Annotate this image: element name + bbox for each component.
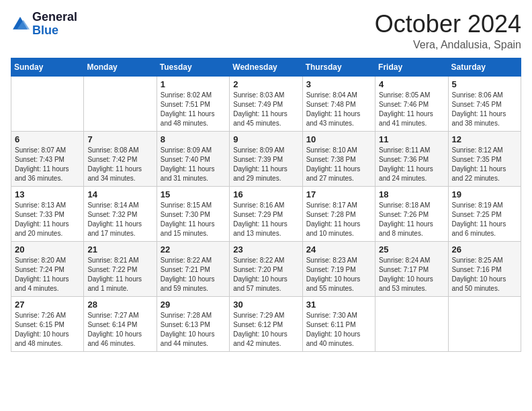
calendar-cell: 13Sunrise: 8:13 AM Sunset: 7:33 PM Dayli… [11,186,84,241]
day-detail: Sunrise: 8:16 AM Sunset: 7:29 PM Dayligh… [233,201,298,238]
calendar-cell: 22Sunrise: 8:22 AM Sunset: 7:21 PM Dayli… [157,241,229,296]
day-number: 27 [15,300,80,310]
calendar-cell: 20Sunrise: 8:20 AM Sunset: 7:24 PM Dayli… [11,241,84,296]
day-detail: Sunrise: 8:05 AM Sunset: 7:46 PM Dayligh… [379,91,444,128]
calendar-cell: 26Sunrise: 8:25 AM Sunset: 7:16 PM Dayli… [448,241,521,296]
calendar-week-3: 13Sunrise: 8:13 AM Sunset: 7:33 PM Dayli… [11,186,521,241]
day-number: 26 [452,244,517,255]
day-number: 29 [161,300,226,310]
logo-blue: Blue [32,24,58,37]
calendar-week-4: 20Sunrise: 8:20 AM Sunset: 7:24 PM Dayli… [11,241,521,296]
day-detail: Sunrise: 8:02 AM Sunset: 7:51 PM Dayligh… [161,91,226,128]
page-header: General Blue October 2024 Vera, Andalusi… [11,11,521,51]
calendar-cell: 4Sunrise: 8:05 AM Sunset: 7:46 PM Daylig… [375,76,448,131]
day-number: 12 [452,134,517,144]
calendar-cell: 8Sunrise: 8:09 AM Sunset: 7:40 PM Daylig… [157,131,229,186]
calendar-cell: 3Sunrise: 8:04 AM Sunset: 7:48 PM Daylig… [302,76,375,131]
calendar-cell: 19Sunrise: 8:19 AM Sunset: 7:25 PM Dayli… [448,186,521,241]
day-number: 14 [87,189,152,199]
day-number: 1 [161,79,226,89]
calendar-cell [84,76,157,131]
day-detail: Sunrise: 7:30 AM Sunset: 6:11 PM Dayligh… [306,311,371,349]
header-row: SundayMondayTuesdayWednesdayThursdayFrid… [11,58,521,76]
calendar-cell: 18Sunrise: 8:18 AM Sunset: 7:26 PM Dayli… [375,186,448,241]
calendar-cell: 7Sunrise: 8:08 AM Sunset: 7:42 PM Daylig… [84,131,157,186]
calendar-cell: 30Sunrise: 7:29 AM Sunset: 6:12 PM Dayli… [230,296,302,351]
day-header-saturday: Saturday [448,58,521,76]
day-number: 3 [306,79,371,89]
day-number: 11 [379,134,444,144]
logo-general: General [32,10,77,24]
day-number: 28 [87,300,152,310]
day-number: 23 [233,244,298,255]
day-number: 4 [379,79,444,89]
day-number: 10 [306,134,371,144]
day-number: 15 [161,189,226,199]
day-detail: Sunrise: 8:09 AM Sunset: 7:40 PM Dayligh… [161,146,226,183]
day-header-sunday: Sunday [11,58,84,76]
calendar-cell: 28Sunrise: 7:27 AM Sunset: 6:14 PM Dayli… [84,296,157,351]
calendar-cell: 31Sunrise: 7:30 AM Sunset: 6:11 PM Dayli… [302,296,375,351]
day-number: 25 [379,244,444,255]
day-number: 2 [233,79,298,89]
calendar-cell [375,296,448,351]
day-detail: Sunrise: 8:13 AM Sunset: 7:33 PM Dayligh… [15,201,80,238]
calendar-cell: 29Sunrise: 7:28 AM Sunset: 6:13 PM Dayli… [157,296,229,351]
day-number: 6 [15,134,80,144]
calendar-week-5: 27Sunrise: 7:26 AM Sunset: 6:15 PM Dayli… [11,296,521,351]
day-detail: Sunrise: 8:06 AM Sunset: 7:45 PM Dayligh… [452,91,517,128]
calendar-cell: 21Sunrise: 8:21 AM Sunset: 7:22 PM Dayli… [84,241,157,296]
calendar-cell: 16Sunrise: 8:16 AM Sunset: 7:29 PM Dayli… [230,186,302,241]
day-header-thursday: Thursday [302,58,375,76]
day-detail: Sunrise: 8:12 AM Sunset: 7:35 PM Dayligh… [452,146,517,183]
calendar-cell: 25Sunrise: 8:24 AM Sunset: 7:17 PM Dayli… [375,241,448,296]
day-number: 31 [306,300,371,310]
calendar-cell: 9Sunrise: 8:09 AM Sunset: 7:39 PM Daylig… [230,131,302,186]
day-header-friday: Friday [375,58,448,76]
calendar-cell [11,76,84,131]
day-detail: Sunrise: 8:03 AM Sunset: 7:49 PM Dayligh… [233,91,298,128]
calendar-cell: 23Sunrise: 8:22 AM Sunset: 7:20 PM Dayli… [230,241,302,296]
day-detail: Sunrise: 8:14 AM Sunset: 7:32 PM Dayligh… [87,201,152,238]
day-number: 16 [233,189,298,199]
day-detail: Sunrise: 8:09 AM Sunset: 7:39 PM Dayligh… [233,146,298,183]
calendar-cell: 15Sunrise: 8:15 AM Sunset: 7:30 PM Dayli… [157,186,229,241]
calendar-cell: 27Sunrise: 7:26 AM Sunset: 6:15 PM Dayli… [11,296,84,351]
day-detail: Sunrise: 8:17 AM Sunset: 7:28 PM Dayligh… [306,201,371,238]
logo: General Blue [11,11,77,38]
calendar-cell: 6Sunrise: 8:07 AM Sunset: 7:43 PM Daylig… [11,131,84,186]
calendar-cell: 5Sunrise: 8:06 AM Sunset: 7:45 PM Daylig… [448,76,521,131]
calendar-cell: 12Sunrise: 8:12 AM Sunset: 7:35 PM Dayli… [448,131,521,186]
logo-icon [11,15,30,34]
day-detail: Sunrise: 8:18 AM Sunset: 7:26 PM Dayligh… [379,201,444,238]
calendar-cell [448,296,521,351]
day-number: 30 [233,300,298,310]
calendar-cell: 11Sunrise: 8:11 AM Sunset: 7:36 PM Dayli… [375,131,448,186]
day-detail: Sunrise: 7:29 AM Sunset: 6:12 PM Dayligh… [233,311,298,349]
calendar-cell: 17Sunrise: 8:17 AM Sunset: 7:28 PM Dayli… [302,186,375,241]
day-number: 22 [161,244,226,255]
calendar-cell: 1Sunrise: 8:02 AM Sunset: 7:51 PM Daylig… [157,76,229,131]
day-number: 21 [87,244,152,255]
location-subtitle: Vera, Andalusia, Spain [375,39,521,51]
day-number: 19 [452,189,517,199]
day-number: 13 [15,189,80,199]
day-detail: Sunrise: 8:22 AM Sunset: 7:20 PM Dayligh… [233,256,298,293]
day-detail: Sunrise: 8:08 AM Sunset: 7:42 PM Dayligh… [87,146,152,183]
day-detail: Sunrise: 8:23 AM Sunset: 7:19 PM Dayligh… [306,256,371,293]
calendar-cell: 24Sunrise: 8:23 AM Sunset: 7:19 PM Dayli… [302,241,375,296]
day-detail: Sunrise: 8:21 AM Sunset: 7:22 PM Dayligh… [87,256,152,293]
day-detail: Sunrise: 8:22 AM Sunset: 7:21 PM Dayligh… [161,256,226,293]
day-number: 18 [379,189,444,199]
calendar-table: SundayMondayTuesdayWednesdayThursdayFrid… [11,58,521,352]
day-header-tuesday: Tuesday [157,58,229,76]
calendar-cell: 10Sunrise: 8:10 AM Sunset: 7:38 PM Dayli… [302,131,375,186]
day-detail: Sunrise: 8:10 AM Sunset: 7:38 PM Dayligh… [306,146,371,183]
day-detail: Sunrise: 7:26 AM Sunset: 6:15 PM Dayligh… [15,311,80,349]
day-detail: Sunrise: 8:04 AM Sunset: 7:48 PM Dayligh… [306,91,371,128]
day-header-wednesday: Wednesday [230,58,302,76]
calendar-cell: 2Sunrise: 8:03 AM Sunset: 7:49 PM Daylig… [230,76,302,131]
day-number: 8 [161,134,226,144]
day-number: 9 [233,134,298,144]
day-detail: Sunrise: 8:19 AM Sunset: 7:25 PM Dayligh… [452,201,517,238]
